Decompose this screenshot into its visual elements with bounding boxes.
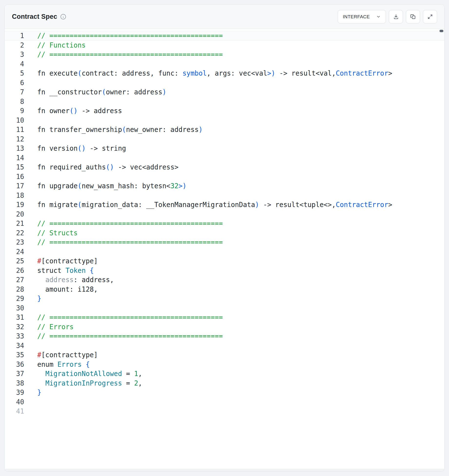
code-line[interactable]: 19fn migrate(migration_data: __TokenMana… <box>5 200 444 209</box>
interface-dropdown[interactable]: INTERFACE <box>338 10 386 23</box>
chevron-down-icon <box>376 14 381 19</box>
code-line[interactable]: 40 <box>5 397 444 407</box>
code-line[interactable]: 4 <box>5 59 444 69</box>
contract-spec-panel: Contract Spec INTERFACE <box>4 4 445 472</box>
line-number: 35 <box>5 350 24 360</box>
code-line[interactable]: 25#[contracttype] <box>5 256 444 266</box>
code-line[interactable]: 14 <box>5 153 444 163</box>
code-token: = <box>122 370 134 377</box>
code-line[interactable]: 36enum Errors { <box>5 360 444 369</box>
expand-icon <box>427 14 433 20</box>
line-number: 36 <box>5 360 24 369</box>
code-line[interactable]: 33// ===================================… <box>5 331 444 341</box>
line-number: 3 <box>5 50 24 59</box>
code-area[interactable]: 1// ====================================… <box>5 29 444 471</box>
code-token: fn execute <box>37 69 78 77</box>
code-line[interactable]: 16 <box>5 172 444 181</box>
line-content: } <box>37 388 41 397</box>
line-content: // =====================================… <box>37 331 223 341</box>
code-line[interactable]: 29} <box>5 294 444 303</box>
code-line[interactable]: 26struct Token { <box>5 266 444 275</box>
code-token: fn migrate <box>37 201 78 208</box>
line-content <box>37 209 41 219</box>
code-line[interactable]: 38 MigrationInProgress = 2, <box>5 378 444 388</box>
code-line[interactable]: 17fn upgrade(new_wasm_hash: bytesn<32>) <box>5 181 444 191</box>
code-line[interactable]: 41 <box>5 407 444 416</box>
line-content <box>37 397 41 407</box>
line-content: fn migrate(migration_data: __TokenManage… <box>37 200 392 209</box>
line-content <box>37 153 41 163</box>
download-button[interactable] <box>389 10 403 23</box>
info-icon[interactable] <box>60 14 66 20</box>
code-token: ) <box>162 88 166 96</box>
line-number: 2 <box>5 40 24 50</box>
line-number: 23 <box>5 238 24 247</box>
code-line[interactable]: 3// ====================================… <box>5 50 444 59</box>
code-token: // =====================================… <box>37 313 223 321</box>
code-token: fn version <box>37 144 78 152</box>
code-token: Token <box>66 267 86 274</box>
code-token: () <box>69 107 77 115</box>
line-content: fn transfer_ownership(new_owner: address… <box>37 125 203 134</box>
code-line[interactable]: 24 <box>5 247 444 257</box>
code-token: ( <box>122 126 126 133</box>
line-number: 7 <box>5 87 24 97</box>
line-content <box>37 172 41 181</box>
horizontal-scrollbar[interactable] <box>5 469 444 471</box>
code-token: # <box>37 351 41 359</box>
code-line[interactable]: 35#[contracttype] <box>5 350 444 360</box>
code-line[interactable]: 11fn transfer_ownership(new_owner: addre… <box>5 125 444 134</box>
code-token: amount: i128, <box>37 285 98 293</box>
line-content: // Structs <box>37 228 78 238</box>
code-token: address <box>45 276 74 284</box>
code-line[interactable]: 28 amount: i128, <box>5 285 444 294</box>
copy-button[interactable] <box>406 10 420 23</box>
code-line[interactable]: 12 <box>5 134 444 144</box>
code-line[interactable]: 22// Structs <box>5 228 444 238</box>
code-token: new_wasm_hash: bytesn< <box>82 182 170 190</box>
code-line[interactable]: 1// ====================================… <box>5 31 444 40</box>
download-icon <box>393 14 399 20</box>
code-token: migration_data: __TokenManagerMigrationD… <box>82 201 255 208</box>
code-line[interactable]: 6 <box>5 78 444 88</box>
line-content: fn required_auths() -> vec<address> <box>37 162 179 172</box>
line-number: 41 <box>5 407 24 416</box>
code-line[interactable]: 10 <box>5 116 444 125</box>
line-content: address: address, <box>37 275 114 285</box>
line-content: fn execute(contract: address, func: symb… <box>37 69 392 78</box>
code-line[interactable]: 39} <box>5 388 444 397</box>
code-line[interactable]: 20 <box>5 209 444 219</box>
line-number: 40 <box>5 397 24 407</box>
code-line[interactable]: 2// Functions <box>5 40 444 50</box>
line-content: } <box>37 294 41 303</box>
expand-button[interactable] <box>423 10 437 23</box>
code-token: ) <box>255 201 259 208</box>
code-token: ContractError <box>336 201 388 208</box>
code-line[interactable]: 15fn required_auths() -> vec<address> <box>5 162 444 172</box>
line-number: 22 <box>5 228 24 238</box>
code-token <box>86 267 90 274</box>
code-line[interactable]: 18 <box>5 191 444 200</box>
line-content: fn upgrade(new_wasm_hash: bytesn<32>) <box>37 181 187 191</box>
code-line[interactable]: 8 <box>5 97 444 106</box>
code-token: } <box>37 388 41 396</box>
code-token: 2 <box>134 379 138 387</box>
code-line[interactable]: 27 address: address, <box>5 275 444 285</box>
code-token: // Functions <box>37 41 86 49</box>
code-line[interactable]: 34 <box>5 341 444 350</box>
code-line[interactable]: 5fn execute(contract: address, func: sym… <box>5 69 444 78</box>
line-number: 8 <box>5 97 24 106</box>
code-line[interactable]: 13fn version() -> string <box>5 144 444 153</box>
code-line[interactable]: 21// ===================================… <box>5 219 444 228</box>
code-line[interactable]: 32// Errors <box>5 322 444 332</box>
code-token: () <box>78 144 86 152</box>
header-controls: INTERFACE <box>338 10 437 23</box>
vertical-scrollbar-thumb[interactable] <box>439 30 443 32</box>
code-line[interactable]: 30 <box>5 303 444 313</box>
code-line[interactable]: 31// ===================================… <box>5 313 444 322</box>
code-line[interactable]: 37 MigrationNotAllowed = 1, <box>5 369 444 378</box>
code-token: = <box>122 379 134 387</box>
code-line[interactable]: 9fn owner() -> address <box>5 106 444 116</box>
code-line[interactable]: 7fn __constructor(owner: address) <box>5 87 444 97</box>
code-line[interactable]: 23// ===================================… <box>5 238 444 247</box>
